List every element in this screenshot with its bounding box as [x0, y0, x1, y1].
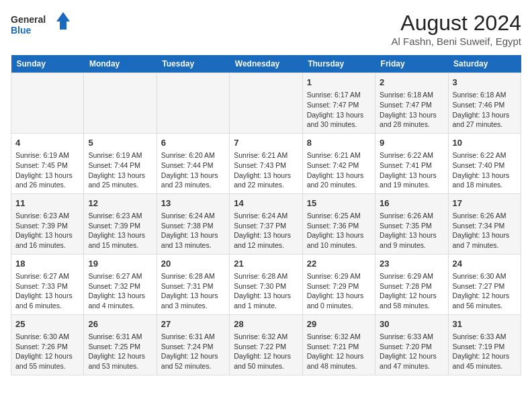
day-number: 13 [161, 197, 225, 210]
day-info: Sunrise: 6:20 AM Sunset: 7:44 PM Dayligh… [161, 150, 225, 190]
day-info: Sunrise: 6:18 AM Sunset: 7:46 PM Dayligh… [453, 90, 517, 130]
day-number: 4 [15, 137, 79, 149]
day-number: 29 [307, 318, 371, 330]
calendar-cell: 6Sunrise: 6:20 AM Sunset: 7:44 PM Daylig… [157, 133, 229, 193]
calendar-cell: 4Sunrise: 6:19 AM Sunset: 7:45 PM Daylig… [11, 133, 84, 193]
logo: General Blue [11, 11, 71, 38]
day-number: 27 [161, 318, 225, 330]
calendar-cell: 7Sunrise: 6:21 AM Sunset: 7:43 PM Daylig… [230, 133, 302, 193]
calendar-cell: 3Sunrise: 6:18 AM Sunset: 7:46 PM Daylig… [448, 73, 521, 134]
weekday-header: Wednesday [230, 55, 302, 73]
day-number: 22 [307, 258, 371, 270]
day-info: Sunrise: 6:19 AM Sunset: 7:44 PM Dayligh… [88, 150, 152, 190]
day-number: 1 [307, 77, 371, 89]
day-number: 15 [307, 197, 371, 210]
day-number: 16 [380, 197, 443, 210]
day-info: Sunrise: 6:22 AM Sunset: 7:41 PM Dayligh… [380, 150, 443, 190]
calendar-cell: 9Sunrise: 6:22 AM Sunset: 7:41 PM Daylig… [375, 133, 448, 193]
day-number: 7 [234, 137, 298, 149]
day-info: Sunrise: 6:33 AM Sunset: 7:20 PM Dayligh… [380, 332, 443, 371]
day-info: Sunrise: 6:21 AM Sunset: 7:42 PM Dayligh… [307, 150, 371, 190]
day-info: Sunrise: 6:30 AM Sunset: 7:27 PM Dayligh… [453, 271, 517, 311]
day-number: 10 [453, 137, 517, 149]
calendar-cell: 22Sunrise: 6:29 AM Sunset: 7:29 PM Dayli… [302, 254, 375, 314]
day-number: 12 [88, 197, 152, 210]
header: General Blue August 2024 Al Fashn, Beni … [11, 11, 521, 47]
calendar-cell: 8Sunrise: 6:21 AM Sunset: 7:42 PM Daylig… [302, 133, 375, 193]
day-number: 21 [234, 258, 298, 270]
day-info: Sunrise: 6:24 AM Sunset: 7:37 PM Dayligh… [234, 211, 298, 250]
calendar-cell: 29Sunrise: 6:32 AM Sunset: 7:21 PM Dayli… [302, 314, 375, 375]
day-info: Sunrise: 6:29 AM Sunset: 7:28 PM Dayligh… [380, 271, 443, 311]
calendar-cell: 11Sunrise: 6:23 AM Sunset: 7:39 PM Dayli… [11, 193, 84, 254]
day-info: Sunrise: 6:31 AM Sunset: 7:25 PM Dayligh… [88, 332, 152, 371]
calendar-cell: 24Sunrise: 6:30 AM Sunset: 7:27 PM Dayli… [448, 254, 521, 314]
calendar-week-row: 4Sunrise: 6:19 AM Sunset: 7:45 PM Daylig… [11, 133, 521, 193]
title-area: August 2024 Al Fashn, Beni Suweif, Egypt [392, 11, 521, 47]
day-info: Sunrise: 6:32 AM Sunset: 7:22 PM Dayligh… [234, 332, 298, 371]
day-number: 31 [453, 318, 517, 330]
weekday-header: Friday [375, 55, 448, 73]
day-number: 20 [161, 258, 225, 270]
day-info: Sunrise: 6:28 AM Sunset: 7:30 PM Dayligh… [234, 271, 298, 311]
weekday-header: Thursday [302, 55, 375, 73]
day-number: 30 [380, 318, 443, 330]
calendar-cell: 20Sunrise: 6:28 AM Sunset: 7:31 PM Dayli… [157, 254, 229, 314]
day-number: 6 [161, 137, 225, 149]
calendar-cell: 23Sunrise: 6:29 AM Sunset: 7:28 PM Dayli… [375, 254, 448, 314]
calendar-cell [84, 73, 157, 134]
svg-marker-2 [56, 12, 70, 30]
calendar-cell: 17Sunrise: 6:26 AM Sunset: 7:34 PM Dayli… [448, 193, 521, 254]
day-info: Sunrise: 6:30 AM Sunset: 7:26 PM Dayligh… [15, 332, 79, 371]
day-number: 28 [234, 318, 298, 330]
day-number: 18 [15, 258, 79, 270]
calendar-cell: 16Sunrise: 6:26 AM Sunset: 7:35 PM Dayli… [375, 193, 448, 254]
calendar-cell: 27Sunrise: 6:31 AM Sunset: 7:24 PM Dayli… [157, 314, 229, 375]
day-info: Sunrise: 6:29 AM Sunset: 7:29 PM Dayligh… [307, 271, 371, 311]
day-info: Sunrise: 6:22 AM Sunset: 7:40 PM Dayligh… [453, 150, 517, 190]
calendar-cell: 10Sunrise: 6:22 AM Sunset: 7:40 PM Dayli… [448, 133, 521, 193]
day-info: Sunrise: 6:33 AM Sunset: 7:19 PM Dayligh… [453, 332, 517, 371]
weekday-header: Monday [84, 55, 157, 73]
calendar-week-row: 25Sunrise: 6:30 AM Sunset: 7:26 PM Dayli… [11, 314, 521, 375]
day-info: Sunrise: 6:28 AM Sunset: 7:31 PM Dayligh… [161, 271, 225, 311]
day-info: Sunrise: 6:31 AM Sunset: 7:24 PM Dayligh… [161, 332, 225, 371]
day-number: 26 [88, 318, 152, 330]
day-number: 23 [380, 258, 443, 270]
calendar-cell: 26Sunrise: 6:31 AM Sunset: 7:25 PM Dayli… [84, 314, 157, 375]
calendar-cell: 31Sunrise: 6:33 AM Sunset: 7:19 PM Dayli… [448, 314, 521, 375]
day-number: 3 [453, 77, 517, 89]
day-info: Sunrise: 6:21 AM Sunset: 7:43 PM Dayligh… [234, 150, 298, 190]
calendar-cell: 25Sunrise: 6:30 AM Sunset: 7:26 PM Dayli… [11, 314, 84, 375]
day-info: Sunrise: 6:27 AM Sunset: 7:33 PM Dayligh… [15, 271, 79, 311]
calendar-cell: 18Sunrise: 6:27 AM Sunset: 7:33 PM Dayli… [11, 254, 84, 314]
day-info: Sunrise: 6:27 AM Sunset: 7:32 PM Dayligh… [88, 271, 152, 311]
svg-text:General: General [11, 14, 46, 25]
day-info: Sunrise: 6:24 AM Sunset: 7:38 PM Dayligh… [161, 211, 225, 250]
calendar-cell: 5Sunrise: 6:19 AM Sunset: 7:44 PM Daylig… [84, 133, 157, 193]
day-number: 8 [307, 137, 371, 149]
svg-text:Blue: Blue [11, 25, 32, 36]
calendar-table: SundayMondayTuesdayWednesdayThursdayFrid… [11, 55, 521, 375]
day-number: 25 [15, 318, 79, 330]
day-info: Sunrise: 6:17 AM Sunset: 7:47 PM Dayligh… [307, 90, 371, 130]
day-info: Sunrise: 6:25 AM Sunset: 7:36 PM Dayligh… [307, 211, 371, 250]
calendar-cell: 12Sunrise: 6:23 AM Sunset: 7:39 PM Dayli… [84, 193, 157, 254]
day-info: Sunrise: 6:26 AM Sunset: 7:35 PM Dayligh… [380, 211, 443, 250]
calendar-cell [230, 73, 302, 134]
calendar-week-row: 11Sunrise: 6:23 AM Sunset: 7:39 PM Dayli… [11, 193, 521, 254]
day-number: 9 [380, 137, 443, 149]
weekday-header: Sunday [11, 55, 84, 73]
calendar-week-row: 18Sunrise: 6:27 AM Sunset: 7:33 PM Dayli… [11, 254, 521, 314]
calendar-cell [157, 73, 229, 134]
main-title: August 2024 [392, 11, 521, 36]
calendar-week-row: 1Sunrise: 6:17 AM Sunset: 7:47 PM Daylig… [11, 73, 521, 134]
day-number: 2 [380, 77, 443, 89]
day-number: 19 [88, 258, 152, 270]
weekday-header: Tuesday [157, 55, 229, 73]
day-info: Sunrise: 6:18 AM Sunset: 7:47 PM Dayligh… [380, 90, 443, 130]
day-info: Sunrise: 6:23 AM Sunset: 7:39 PM Dayligh… [15, 211, 79, 250]
logo-svg: General Blue [11, 11, 71, 38]
day-info: Sunrise: 6:19 AM Sunset: 7:45 PM Dayligh… [15, 150, 79, 190]
day-number: 11 [15, 197, 79, 210]
